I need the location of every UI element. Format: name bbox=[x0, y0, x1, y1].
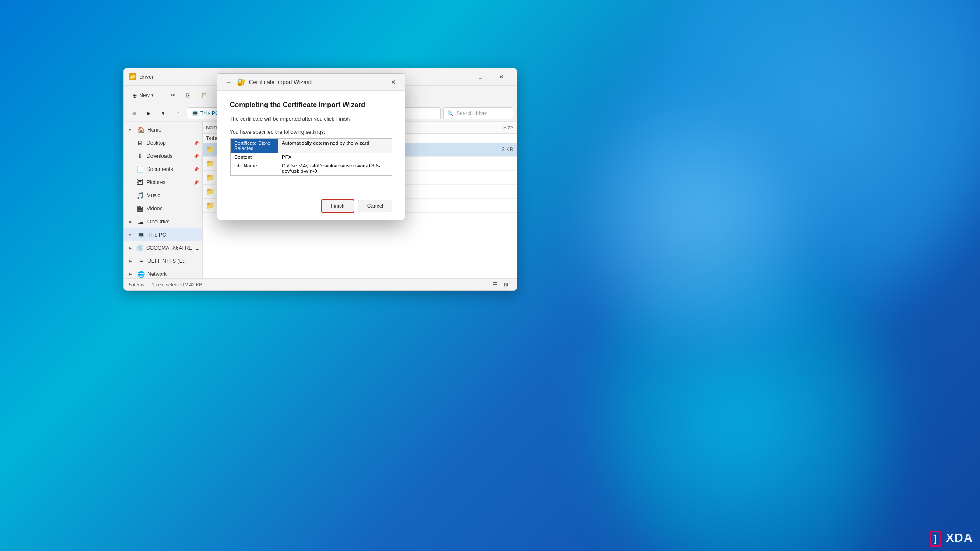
network-expand-arrow: ▶ bbox=[129, 272, 134, 276]
sidebar-item-videos[interactable]: 🎬 Videos bbox=[124, 202, 202, 215]
window-controls: ─ □ ✕ bbox=[449, 70, 511, 84]
wizard-back-button[interactable]: ← bbox=[223, 76, 235, 88]
sidebar-item-home[interactable]: ▾ 🏠 Home bbox=[124, 123, 202, 136]
view-buttons: ☰ ⊞ bbox=[490, 280, 511, 289]
back-button[interactable]: ◀ bbox=[127, 107, 140, 119]
sidebar-desktop-label: Desktop bbox=[147, 140, 191, 146]
search-icon: 🔍 bbox=[447, 110, 454, 116]
desktop-icon: 🖥 bbox=[136, 139, 144, 146]
sidebar-item-documents[interactable]: 📄 Documents 📌 bbox=[124, 163, 202, 176]
toolbar-separator bbox=[162, 90, 162, 101]
network-icon: 🌐 bbox=[137, 271, 145, 278]
sidebar-item-music[interactable]: 🎵 Music bbox=[124, 189, 202, 202]
paste-button[interactable]: 📋 bbox=[196, 90, 212, 101]
paste-icon: 📋 bbox=[201, 92, 207, 98]
cccoma-expand-arrow: ▶ bbox=[129, 246, 133, 250]
close-button[interactable]: ✕ bbox=[491, 70, 511, 84]
settings-key-content: Content bbox=[231, 153, 279, 161]
sidebar-network-label: Network bbox=[147, 271, 199, 277]
wizard-dialog: ← 🔐 Certificate Import Wizard ✕ Completi… bbox=[217, 73, 405, 220]
sidebar-documents-label: Documents bbox=[147, 166, 191, 172]
sidebar-pictures-label: Pictures bbox=[147, 179, 191, 185]
new-icon: ⊕ bbox=[132, 92, 137, 99]
wizard-settings-label: You have specified the following setting… bbox=[230, 129, 392, 135]
sidebar-thispc-label: This PC bbox=[147, 232, 199, 238]
wizard-title: Certificate Import Wizard bbox=[249, 79, 387, 85]
finish-button[interactable]: Finish bbox=[321, 199, 354, 213]
search-box[interactable]: 🔍 Search driver bbox=[443, 107, 513, 119]
sidebar-downloads-label: Downloads bbox=[147, 153, 191, 159]
selected-info: 1 item selected 2.42 KB bbox=[151, 282, 202, 287]
xda-brand: XDA bbox=[946, 531, 973, 544]
forward-button[interactable]: ▶ bbox=[142, 107, 154, 119]
up-button[interactable]: ↑ bbox=[172, 107, 184, 119]
folder-lib-icon: 📁 bbox=[206, 201, 215, 209]
pictures-icon: 🖼 bbox=[136, 179, 144, 186]
music-icon: 🎵 bbox=[136, 192, 144, 199]
settings-table-container: Certificate Store Selected Automatically… bbox=[230, 138, 392, 181]
sidebar: ▾ 🏠 Home 🖥 Desktop 📌 ⬇ Downloads 📌 📄 Doc… bbox=[124, 122, 203, 290]
grid-view-button[interactable]: ⊞ bbox=[501, 280, 511, 289]
videos-icon: 🎬 bbox=[136, 205, 144, 212]
wizard-heading: Completing the Certificate Import Wizard bbox=[230, 101, 392, 109]
folder-stub-icon: 📁 bbox=[206, 187, 215, 195]
sidebar-item-cccoma[interactable]: ▶ 💿 CCCOMA_X64FRE_E bbox=[124, 241, 202, 255]
new-label: New bbox=[139, 92, 150, 98]
sidebar-item-desktop[interactable]: 🖥 Desktop 📌 bbox=[124, 136, 202, 150]
sidebar-home-label: Home bbox=[147, 127, 199, 133]
status-bar: 5 items 1 item selected 2.42 KB ☰ ⊞ bbox=[124, 278, 517, 290]
item-count: 5 items bbox=[129, 282, 144, 287]
cut-button[interactable]: ✂ bbox=[166, 90, 180, 101]
maximize-button[interactable]: □ bbox=[470, 70, 490, 84]
settings-key-store: Certificate Store Selected bbox=[231, 139, 279, 153]
new-button[interactable]: ⊕ New ▾ bbox=[127, 90, 158, 101]
uefi-icon: ━ bbox=[137, 258, 145, 264]
sidebar-uefi-label: UEFI_NTFS (E:) bbox=[147, 258, 199, 264]
search-placeholder: Search driver bbox=[456, 110, 487, 116]
home-expand-arrow: ▾ bbox=[129, 128, 134, 132]
sidebar-videos-label: Videos bbox=[147, 206, 199, 212]
xda-watermark: ] XDA bbox=[930, 531, 973, 547]
folder-vhci-icon: 📁 bbox=[206, 173, 215, 181]
desktop-pin-icon: 📌 bbox=[193, 141, 199, 146]
wizard-body: Completing the Certificate Import Wizard… bbox=[217, 91, 405, 194]
home-icon: 🏠 bbox=[137, 126, 145, 133]
sidebar-item-thispc[interactable]: ▾ 💻 This PC bbox=[124, 228, 202, 241]
settings-value-filename: C:\Users\Ayush\Downloads\usbip-win-0.3.6… bbox=[278, 161, 392, 176]
settings-table: Certificate Store Selected Automatically… bbox=[230, 138, 392, 176]
sidebar-item-uefi[interactable]: ▶ ━ UEFI_NTFS (E:) bbox=[124, 255, 202, 268]
sidebar-item-onedrive[interactable]: ▶ ☁ OneDrive bbox=[124, 215, 202, 228]
sidebar-music-label: Music bbox=[147, 192, 199, 199]
settings-key-filename: File Name bbox=[231, 161, 279, 176]
folder-vhci-ude-icon: 📁 bbox=[206, 159, 215, 167]
cancel-button[interactable]: Cancel bbox=[358, 200, 392, 212]
cut-icon: ✂ bbox=[171, 92, 175, 98]
sidebar-item-downloads[interactable]: ⬇ Downloads 📌 bbox=[124, 150, 202, 163]
downloads-pin-icon: 📌 bbox=[193, 154, 199, 159]
folder-usbip-icon: 📁 bbox=[206, 145, 215, 153]
recent-button[interactable]: ▾ bbox=[157, 107, 169, 119]
sidebar-item-pictures[interactable]: 🖼 Pictures 📌 bbox=[124, 176, 202, 189]
wizard-description: The certificate will be imported after y… bbox=[230, 116, 392, 122]
new-dropdown-arrow: ▾ bbox=[151, 93, 154, 98]
onedrive-expand-arrow: ▶ bbox=[129, 220, 134, 224]
sidebar-onedrive-label: OneDrive bbox=[147, 219, 199, 225]
copy-button[interactable]: ⎘ bbox=[182, 90, 194, 101]
minimize-button[interactable]: ─ bbox=[449, 70, 469, 84]
thispc-icon: 💻 bbox=[137, 231, 145, 238]
folder-icon: 📁 bbox=[129, 73, 136, 80]
settings-value-content: PFX bbox=[278, 153, 392, 161]
documents-pin-icon: 📌 bbox=[193, 167, 199, 172]
copy-icon: ⎘ bbox=[186, 92, 189, 98]
downloads-icon: ⬇ bbox=[136, 153, 144, 160]
wizard-footer: Finish Cancel bbox=[217, 194, 405, 220]
wizard-close-button[interactable]: ✕ bbox=[387, 76, 399, 88]
uefi-expand-arrow: ▶ bbox=[129, 259, 134, 263]
path-thispc-icon: 💻 bbox=[192, 110, 199, 116]
file-size-usbip-test: 3 KB bbox=[478, 146, 513, 153]
list-view-button[interactable]: ☰ bbox=[490, 280, 500, 289]
wizard-titlebar: ← 🔐 Certificate Import Wizard ✕ bbox=[217, 74, 405, 91]
thispc-expand-arrow: ▾ bbox=[129, 233, 134, 237]
documents-icon: 📄 bbox=[136, 166, 144, 173]
pictures-pin-icon: 📌 bbox=[193, 180, 199, 185]
